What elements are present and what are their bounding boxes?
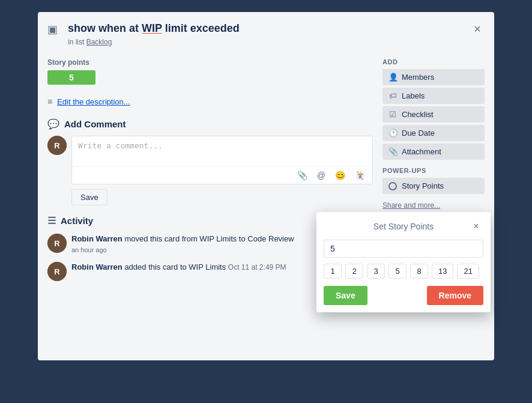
checklist-icon: ☑ bbox=[388, 110, 397, 119]
activity-content-1: Robin Warren moved this card from WIP Li… bbox=[71, 234, 294, 253]
story-points-button[interactable]: Story Points bbox=[382, 178, 485, 194]
attachment-label: Attachment bbox=[402, 147, 441, 156]
description-section: ≡ Edit the description... bbox=[47, 92, 373, 111]
share-button[interactable]: Share and more... bbox=[382, 201, 440, 210]
edit-description-link[interactable]: Edit the description... bbox=[57, 97, 130, 106]
activity-avatar-1: R bbox=[47, 234, 67, 253]
activity-icon: ☰ bbox=[47, 215, 56, 226]
activity-action-1: moved this card from WIP Limits to Code … bbox=[124, 234, 294, 243]
mention-toolbar-btn[interactable]: @ bbox=[315, 169, 328, 181]
story-points-icon bbox=[388, 182, 397, 190]
labels-button[interactable]: 🏷 Labels bbox=[382, 88, 485, 104]
activity-heading: ☰ Activity bbox=[47, 215, 93, 226]
set-story-points-popup: Set Story Points × 1 2 3 5 8 13 21 bbox=[316, 212, 491, 312]
comment-icon: 💬 bbox=[47, 118, 59, 130]
activity-date-2: Oct 11 at 2:49 PM bbox=[228, 263, 286, 271]
members-button[interactable]: 👤 Members bbox=[382, 69, 485, 85]
checklist-label: Checklist bbox=[402, 110, 434, 119]
due-date-button[interactable]: 🕐 Due Date bbox=[382, 125, 485, 141]
story-points-label: Story points bbox=[47, 58, 373, 67]
list-link[interactable]: Backlog bbox=[86, 38, 112, 46]
activity-user-2: Robin Warren bbox=[71, 262, 122, 271]
svg-text:R: R bbox=[54, 267, 60, 276]
comment-input-wrapper: 📎 @ 😊 🃏 bbox=[71, 136, 373, 184]
popup-title: Set Story Points bbox=[338, 222, 469, 231]
point-option-2[interactable]: 2 bbox=[345, 264, 363, 279]
activity-action-2: added this card to WIP Limits bbox=[124, 262, 226, 271]
point-option-13[interactable]: 13 bbox=[432, 264, 453, 279]
card-list-ref: in list Backlog bbox=[68, 38, 482, 46]
story-points-btn-label: Story Points bbox=[402, 181, 444, 190]
activity-user-1: Robin Warren bbox=[71, 234, 122, 243]
members-icon: 👤 bbox=[388, 73, 397, 82]
point-option-8[interactable]: 8 bbox=[410, 264, 428, 279]
checklist-button[interactable]: ☑ Checklist bbox=[382, 106, 485, 123]
add-section-title: Add bbox=[382, 58, 485, 65]
card-modal-header: ▣ show when at WIP limit exceeded in lis… bbox=[38, 12, 494, 51]
popup-save-button[interactable]: Save bbox=[324, 286, 367, 305]
comment-input[interactable] bbox=[72, 136, 372, 166]
card-sidebar: Add 👤 Members 🏷 Labels ☑ Checklist 🕐 Due… bbox=[382, 56, 485, 351]
activity-avatar-2: R bbox=[47, 262, 67, 281]
labels-label: Labels bbox=[402, 91, 425, 100]
point-option-1[interactable]: 1 bbox=[324, 264, 342, 279]
avatar: R bbox=[47, 136, 67, 155]
card-modal-body: Story points 5 ≡ Edit the description...… bbox=[38, 51, 494, 360]
popup-close-button[interactable]: × bbox=[469, 219, 483, 234]
add-comment-heading: 💬 Add Comment bbox=[47, 118, 373, 130]
svg-text:R: R bbox=[54, 239, 60, 248]
due-date-icon: 🕐 bbox=[388, 129, 397, 138]
story-points-section: Story points 5 bbox=[47, 56, 373, 92]
members-label: Members bbox=[402, 73, 434, 82]
activity-time-1: an hour ago bbox=[71, 246, 294, 253]
comment-row: R 📎 @ 😊 🃏 bbox=[47, 136, 373, 184]
attachment-icon: 📎 bbox=[388, 147, 397, 156]
popup-remove-button[interactable]: Remove bbox=[427, 286, 483, 305]
description-icon: ≡ bbox=[47, 97, 52, 106]
due-date-label: Due Date bbox=[402, 129, 435, 138]
attachment-toolbar-btn[interactable]: 📎 bbox=[295, 169, 310, 181]
point-option-3[interactable]: 3 bbox=[367, 264, 385, 279]
wip-text: WIP bbox=[142, 22, 162, 34]
story-points-badge: 5 bbox=[47, 70, 95, 85]
powerups-title: Power-Ups bbox=[382, 167, 485, 174]
point-options: 1 2 3 5 8 13 21 bbox=[324, 264, 483, 279]
story-points-input[interactable] bbox=[324, 240, 483, 258]
emoji-toolbar-btn[interactable]: 😊 bbox=[333, 169, 348, 181]
add-comment-section: 💬 Add Comment R 📎 @ 😊 bbox=[47, 118, 373, 205]
card-title: show when at WIP limit exceeded bbox=[68, 22, 482, 35]
modal-close-button[interactable]: × bbox=[468, 19, 487, 38]
card-type-icon: ▣ bbox=[47, 23, 58, 36]
card-modal: ▣ show when at WIP limit exceeded in lis… bbox=[38, 12, 494, 360]
attachment-button[interactable]: 📎 Attachment bbox=[382, 144, 485, 160]
popup-header: Set Story Points × bbox=[324, 219, 483, 234]
svg-text:R: R bbox=[54, 141, 60, 150]
point-option-5[interactable]: 5 bbox=[388, 264, 407, 279]
popup-actions: Save Remove bbox=[324, 286, 483, 305]
labels-icon: 🏷 bbox=[388, 91, 397, 100]
activity-content-2: Robin Warren added this card to WIP Limi… bbox=[71, 262, 286, 273]
point-option-21[interactable]: 21 bbox=[457, 264, 479, 279]
modal-overlay: ▣ show when at WIP limit exceeded in lis… bbox=[0, 0, 532, 403]
comment-save-button[interactable]: Save bbox=[71, 189, 107, 205]
card-toolbar-btn[interactable]: 🃏 bbox=[352, 169, 367, 181]
comment-toolbar: 📎 @ 😊 🃏 bbox=[72, 166, 372, 184]
